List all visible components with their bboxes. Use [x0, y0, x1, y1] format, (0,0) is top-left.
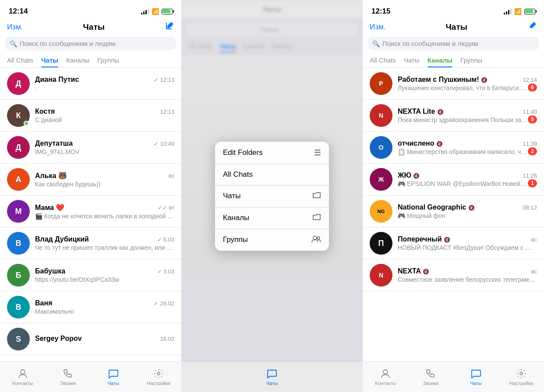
tab-all-chats-left[interactable]: All Chats — [7, 54, 33, 67]
channel-content: NEXTA 🔇 вс Совместное заявление белорусс… — [398, 267, 537, 283]
right-contacts-label: Контакты — [375, 381, 396, 386]
left-bottom-nav: Контакты Звонки Чаты Настройки — [0, 361, 181, 392]
channel-item[interactable]: П Поперечный 🔇 вс НОВЫЙ ПОДКАСТ #БезДуши… — [363, 228, 544, 259]
avatar: S — [7, 328, 30, 350]
popup-overlay: Edit Folders ☰ All Chats Чаты Каналы — [181, 0, 363, 392]
chat-name: Депутатша — [35, 140, 73, 147]
channel-item[interactable]: NG National Geographic 🔇 08:12 🎮 Мощный … — [363, 196, 544, 228]
nav-calls-label: Звонки — [60, 381, 76, 386]
chat-content: Депутатша ✓10:49 IMG_9741.MOV — [35, 140, 174, 155]
left-title: Чаты — [83, 22, 104, 32]
left-tabs: All Chats Чаты Каналы Группы — [0, 54, 181, 68]
avatar: В — [7, 232, 30, 255]
popup-all-chats[interactable]: All Chats — [215, 164, 329, 186]
channel-time: 11:40 — [523, 108, 537, 115]
channel-preview: НОВЫЙ ПОДКАСТ #БезДуши! Обсуждаем с Юрой… — [398, 244, 537, 251]
chat-top: Бабушка ✓3.03 — [35, 267, 174, 275]
right-nav-calls[interactable]: Звонки — [408, 362, 454, 392]
chat-item[interactable]: Б Бабушка ✓3.03 https://youtu.be/OtXq9PC… — [0, 259, 181, 291]
right-panel: 12:15 📶 Изм. Чаты 🔍 Поиск по со — [363, 0, 544, 392]
nav-contacts[interactable]: Контакты — [0, 362, 46, 392]
tab-groups-left[interactable]: Группы — [97, 54, 119, 67]
avatar-wrap: Д — [7, 72, 30, 95]
channel-time: 11:39 — [523, 140, 537, 147]
chat-content: Бабушка ✓3.03 https://youtu.be/OtXq9PCa3… — [35, 267, 174, 283]
right-search-placeholder[interactable]: Поиск по сообщениям и людям — [382, 40, 478, 47]
search-icon: 🔍 — [10, 40, 17, 47]
avatar-wrap: М — [7, 200, 30, 223]
tab-all-chats-right[interactable]: All Chats — [370, 54, 396, 67]
right-status-icons: 📶 — [504, 8, 535, 15]
right-edit-button[interactable]: Изм. — [370, 23, 385, 32]
popup-groups[interactable]: Группы — [215, 229, 329, 251]
avatar-wrap: А — [7, 168, 30, 191]
right-time: 12:15 — [371, 7, 390, 16]
left-compose-button[interactable] — [165, 21, 174, 33]
channel-item[interactable]: N NEXTA 🔇 вс Совместное заявление белору… — [363, 259, 544, 291]
chat-time: 16.02 — [160, 336, 174, 342]
nav-settings-left[interactable]: Настройки — [136, 362, 182, 392]
right-nav-chats[interactable]: Чаты — [453, 362, 499, 392]
chat-item[interactable]: В Ваня ✓28.02 Максимально — [0, 291, 181, 323]
channel-avatar: NG — [370, 200, 392, 223]
chat-item[interactable]: А Алька 🐻 вс Как свободен будешь)) — [0, 164, 181, 196]
right-signal-icon — [504, 9, 512, 14]
popup-edit-folders-label: Edit Folders — [223, 148, 263, 157]
popup-channels[interactable]: Каналы — [215, 207, 329, 229]
nav-chats-label: Чаты — [108, 381, 119, 386]
right-compose-button[interactable] — [527, 21, 537, 33]
avatar: Д — [7, 136, 30, 159]
left-chat-list: Д Диана Путис ✓12:13 . К Костя 12:13 С — [0, 68, 181, 361]
svg-point-2 — [313, 236, 317, 240]
tab-chats-right[interactable]: Чаты — [404, 54, 420, 67]
chat-name: Ваня — [35, 299, 52, 307]
right-chats-icon — [470, 368, 482, 379]
left-search-placeholder[interactable]: Поиск по сообщениям и людям — [20, 40, 116, 47]
svg-point-1 — [157, 372, 160, 375]
middle-panel: Чаты Поиск... All Chats Чаты Каналы Груп… — [181, 0, 363, 392]
channel-content: Работаем с Пушкиным! 🔇 12:14 Лукашенко к… — [398, 76, 537, 91]
channel-avatar: N — [370, 104, 392, 127]
right-settings-label: Настройки — [509, 381, 533, 386]
left-edit-button[interactable]: Изм. — [7, 23, 23, 32]
chat-top: Костя 12:13 — [35, 108, 174, 116]
right-nav-contacts[interactable]: Контакты — [363, 362, 408, 392]
channel-avatar: П — [370, 232, 392, 255]
popup-chats[interactable]: Чаты — [215, 186, 329, 207]
popup-groups-label: Группы — [223, 235, 248, 244]
tab-groups-right[interactable]: Группы — [460, 54, 482, 67]
tab-channels-right[interactable]: Каналы — [427, 54, 452, 67]
right-calls-icon — [425, 368, 436, 379]
popup-all-chats-label: All Chats — [223, 170, 253, 179]
chat-item[interactable]: S Sergey Popov 16.02 — [0, 323, 181, 355]
nav-calls[interactable]: Звонки — [46, 362, 91, 392]
chat-item[interactable]: В Влад Дубицкий ✓6.03 Че то тут не прише… — [0, 228, 181, 259]
tab-chats-left[interactable]: Чаты — [41, 54, 58, 67]
chat-time: 12:13 — [160, 108, 174, 115]
chat-content: Sergey Popov 16.02 — [35, 335, 174, 343]
chat-name: Костя — [35, 108, 55, 116]
chat-item[interactable]: Д Диана Путис ✓12:13 . — [0, 68, 181, 100]
channel-item[interactable]: N NEXTA Lite 🔇 11:40 Пока министр здраво… — [363, 100, 544, 132]
channel-item[interactable]: Р Работаем с Пушкиным! 🔇 12:14 Лукашенко… — [363, 68, 544, 100]
chat-name: Бабушка — [35, 267, 65, 275]
channel-item[interactable]: О отчислено 🔇 11:39 📋 Министерство образ… — [363, 132, 544, 164]
channel-name: Работаем с Пушкиным! 🔇 — [398, 76, 487, 84]
popup-edit-folders[interactable]: Edit Folders ☰ — [215, 142, 329, 164]
nav-contacts-label: Контакты — [12, 381, 33, 386]
channel-item[interactable]: Ж ЖЮ 🔇 11:26 🎮 EPSILION WAR @EpsilionWar… — [363, 164, 544, 196]
svg-point-5 — [520, 372, 523, 375]
chat-item[interactable]: М Мама ❤️ ✓✓вт 🎬 Когда не хочется мочить… — [0, 196, 181, 228]
channel-content: Поперечный 🔇 вс НОВЫЙ ПОДКАСТ #БезДуши! … — [398, 235, 537, 251]
right-chats-label: Чаты — [470, 381, 482, 386]
right-nav-settings[interactable]: Настройки — [499, 362, 544, 392]
chat-preview: Максимально — [35, 308, 174, 315]
chat-item[interactable]: Д Депутатша ✓10:49 IMG_9741.MOV — [0, 132, 181, 164]
channel-preview: Лукашенко констатировал, что в Беларуси … — [398, 84, 528, 91]
channel-name: NEXTA 🔇 — [398, 267, 429, 275]
channel-preview: 🎮 EPSILION WAR @EpsilionWarBot Новейшая … — [398, 180, 528, 187]
chat-item[interactable]: К Костя 12:13 С дианой — [0, 100, 181, 132]
nav-chats-left[interactable]: Чаты — [91, 362, 136, 392]
chat-content: Алька 🐻 вс Как свободен будешь)) — [35, 172, 174, 188]
tab-channels-left[interactable]: Каналы — [66, 54, 89, 67]
